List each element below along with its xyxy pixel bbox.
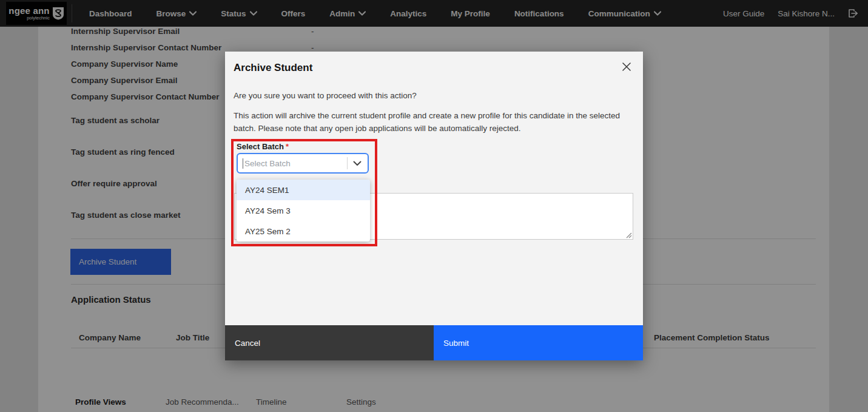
text-caret bbox=[243, 158, 243, 169]
modal-title: Archive Student bbox=[234, 62, 312, 74]
chevron-down-icon[interactable] bbox=[353, 161, 362, 166]
cancel-button[interactable]: Cancel bbox=[225, 325, 434, 360]
option-ay24-sem1[interactable]: AY24 SEM1 bbox=[237, 180, 370, 200]
close-icon[interactable] bbox=[620, 60, 633, 73]
select-batch-input[interactable]: Select Batch bbox=[237, 153, 369, 174]
option-ay24-sem3[interactable]: AY24 Sem 3 bbox=[237, 200, 370, 221]
submit-button[interactable]: Submit bbox=[434, 325, 643, 360]
required-asterisk: * bbox=[286, 142, 289, 151]
select-batch-label-text: Select Batch bbox=[237, 142, 284, 151]
batch-options-dropdown: AY24 SEM1 AY24 Sem 3 AY25 Sem 2 bbox=[237, 180, 370, 241]
option-ay25-sem2[interactable]: AY25 Sem 2 bbox=[237, 221, 370, 241]
select-divider bbox=[347, 157, 348, 169]
archive-student-modal: Archive Student Are you sure you want to… bbox=[225, 52, 643, 360]
warning-text: This action will archive the current stu… bbox=[234, 110, 629, 135]
select-batch-label: Select Batch* bbox=[237, 142, 289, 151]
select-placeholder: Select Batch bbox=[244, 159, 347, 168]
confirm-question-text: Are you sure you want to proceed with th… bbox=[234, 90, 417, 103]
modal-footer: Cancel Submit bbox=[225, 325, 643, 360]
